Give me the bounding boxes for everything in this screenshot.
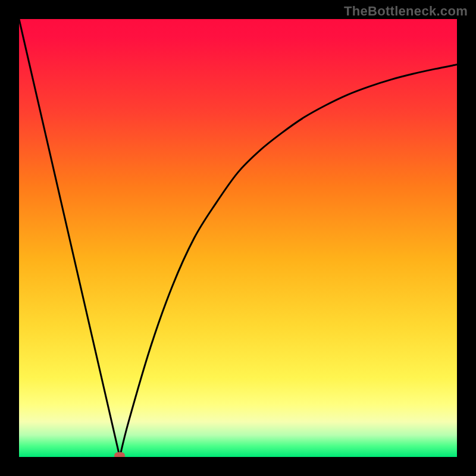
attribution-label: TheBottleneck.com — [344, 4, 468, 19]
minimum-marker — [114, 452, 125, 457]
chart-plot-area — [19, 19, 457, 457]
curve-layer — [19, 19, 457, 457]
bottleneck-curve-path — [19, 19, 457, 457]
